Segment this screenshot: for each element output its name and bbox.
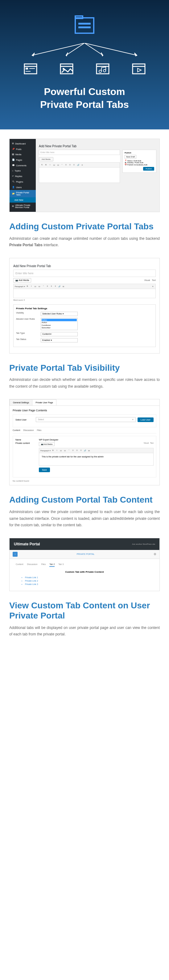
wp-admin-mockup-2: Add New Private Portal Tab Enter title h…	[9, 258, 160, 353]
name-value: WP Expert Designer	[39, 439, 154, 441]
section-2-text: Administrator can decide which whether a…	[9, 377, 160, 390]
load-user-button[interactable]: Load User	[138, 417, 154, 422]
publish-status: 📍 Status: Draft Edit	[125, 159, 154, 162]
sidebar-plugins[interactable]: 🔌Plugins	[10, 179, 36, 185]
video-icon	[131, 62, 146, 76]
tab-private-user-page[interactable]: Private User Page	[32, 399, 56, 406]
hero-section: Powerful Custom Private Portal Tabs	[0, 0, 169, 129]
publish-button[interactable]: Publish	[143, 167, 154, 170]
sidebar-dashboard[interactable]: ⊞Dashboard	[10, 141, 36, 146]
sidebar-pages[interactable]: 📄Pages	[10, 157, 36, 162]
section-3-text: Administrators can view the private cont…	[9, 509, 160, 529]
portal-brand: Ultimate Portal	[14, 542, 40, 546]
settings-box-title: Private Portal Tab Settings	[16, 307, 153, 310]
section-2: Private Portal Tab Visibility Administra…	[0, 353, 169, 399]
section-3: Adding Custom Portal Tab Content Adminis…	[0, 485, 169, 538]
portal-tab-discussion[interactable]: Discussion	[27, 563, 38, 567]
wp-main: Add New Private Portal Tab Enter title h…	[36, 139, 159, 212]
sidebar-comments[interactable]: 💬Comments	[10, 162, 36, 168]
roles-select[interactable]: EditorAuthorContributorSubscriber	[41, 318, 78, 330]
user-select[interactable]: Select ▾	[36, 417, 136, 422]
publish-date: 📅 Publish immediately Edit	[125, 164, 154, 166]
frontend-mockup: Ultimate Portal Just another WordPress s…	[9, 538, 160, 591]
private-link[interactable]: Private Link 2	[25, 580, 153, 582]
portal-tab-content[interactable]: Content	[16, 563, 23, 567]
panel-heading: Private User Page Contents	[13, 409, 156, 412]
sidebar-posts[interactable]: 📌Posts	[10, 146, 36, 152]
portal-tab-2[interactable]: Tab 2	[49, 563, 55, 567]
gear-icon[interactable]: ⚙	[154, 552, 156, 556]
music-icon	[95, 62, 110, 76]
editor-content[interactable]: This is the private content tab for the …	[39, 453, 153, 465]
save-draft-button[interactable]: Save Draft	[125, 155, 136, 159]
sidebar-private-portal-tabs[interactable]: 📁Private Portal Tabs	[10, 190, 36, 197]
tab-type-select[interactable]: Content ▾	[41, 332, 78, 336]
inner-tab-discussion[interactable]: Discussion	[23, 429, 34, 431]
text-tab[interactable]: Text	[152, 279, 156, 281]
feature-icons-row	[6, 62, 163, 76]
tab-status-select[interactable]: Enabled ▾	[41, 338, 78, 342]
private-links-list: Private Link 1 Private Link 2 Private Li…	[16, 576, 153, 585]
sidebar-ultimate-portal[interactable]: ⊞Ultimate Private Member Portal	[10, 202, 36, 210]
svg-line-10	[85, 43, 137, 55]
private-link[interactable]: Private Link 3	[25, 583, 153, 585]
editor-toolbar[interactable]: Paragraph ▾BI⊟⊟"≡≡≡🔗⊞	[39, 448, 153, 453]
add-media-button[interactable]: 📷 Add Media	[39, 442, 55, 446]
hero-title: Powerful Custom Private Portal Tabs	[6, 86, 163, 111]
add-media-button[interactable]: 📷 Add Media	[13, 278, 31, 283]
content-title: Custom Tab with Private Content	[16, 571, 153, 573]
sidebar-media[interactable]: 🖼Media	[10, 152, 36, 157]
editor-toolbar[interactable]: ¶BI⊟⊟"≡≡≡🔗✕	[39, 162, 120, 167]
inner-tab-files[interactable]: Files	[37, 429, 41, 431]
inner-tab-content[interactable]: Content	[13, 429, 20, 431]
wp-admin-mockup-1: ⊞Dashboard 📌Posts 🖼Media 📄Pages 💬Comment…	[9, 138, 160, 212]
portal-nav: ‹ PRIVATE PORTAL ⚙	[10, 550, 159, 559]
portal-subtitle: Just another WordPress site	[132, 543, 155, 545]
svg-rect-0	[75, 18, 94, 33]
editor-content[interactable]	[39, 167, 120, 183]
no-content-message: No content found	[13, 480, 156, 482]
arrows-graphic	[6, 43, 163, 59]
private-link[interactable]: Private Link 1	[25, 576, 153, 579]
title-input[interactable]: Enter title here	[39, 150, 120, 155]
window-list-icon	[23, 62, 38, 76]
sidebar-replies[interactable]: ↩Replies	[10, 173, 36, 179]
add-media-button[interactable]: Add Media	[39, 157, 53, 161]
section-4: View Custom Tab Content on User Private …	[0, 591, 169, 647]
private-content-label: Private content	[15, 442, 37, 444]
portal-tab-files[interactable]: Files	[41, 563, 46, 567]
editor-content[interactable]	[13, 289, 156, 298]
tab-type-label: Tab Type	[16, 332, 41, 334]
svg-point-23	[103, 70, 106, 72]
tab-general-settings[interactable]: General Settings	[10, 399, 32, 406]
visibility-select[interactable]: Selected User Roles ▾	[41, 312, 78, 316]
visual-tab[interactable]: Visual	[144, 279, 150, 281]
editor-toolbar[interactable]: Paragraph ▾BI⊟⊟"≡≡≡🔗⊞✕	[13, 284, 156, 289]
section-1: Adding Custom Private Portal Tabs Admini…	[0, 212, 169, 258]
publish-metabox: Publish Save Draft 📍 Status: Draft Edit …	[122, 150, 156, 173]
word-count: Word count: 0	[13, 298, 156, 302]
section-3-heading: Adding Custom Portal Tab Content	[9, 495, 160, 505]
svg-marker-5	[32, 53, 35, 56]
visibility-label: Visibility	[16, 312, 41, 314]
select-user-label: Select User	[15, 419, 34, 421]
title-input[interactable]: Enter title here	[13, 270, 156, 277]
svg-rect-14	[26, 68, 28, 70]
save-button[interactable]: Save	[39, 468, 50, 472]
portal-tab-3[interactable]: Tab 3	[58, 563, 64, 567]
sidebar-users[interactable]: 👤Users	[10, 185, 36, 190]
section-4-heading: View Custom Tab Content on User Private …	[9, 600, 160, 621]
name-label: Name	[15, 439, 37, 441]
svg-line-4	[32, 43, 85, 55]
sidebar-add-new[interactable]: Add New	[10, 197, 36, 202]
wp-admin-mockup-3: General Settings Private User Page Priva…	[9, 399, 160, 485]
breadcrumb[interactable]: PRIVATE PORTAL	[76, 553, 94, 555]
wp-sidebar: ⊞Dashboard 📌Posts 🖼Media 📄Pages 💬Comment…	[10, 139, 36, 212]
sidebar-topics[interactable]: ○Topics	[10, 168, 36, 173]
svg-line-6	[66, 43, 85, 55]
image-icon	[59, 62, 74, 76]
folder-icon	[72, 12, 97, 37]
roles-label: Allowed User Roles	[16, 318, 41, 320]
back-arrow-icon[interactable]: ‹	[13, 552, 18, 557]
page-title: Add New Private Portal Tab	[39, 142, 156, 150]
